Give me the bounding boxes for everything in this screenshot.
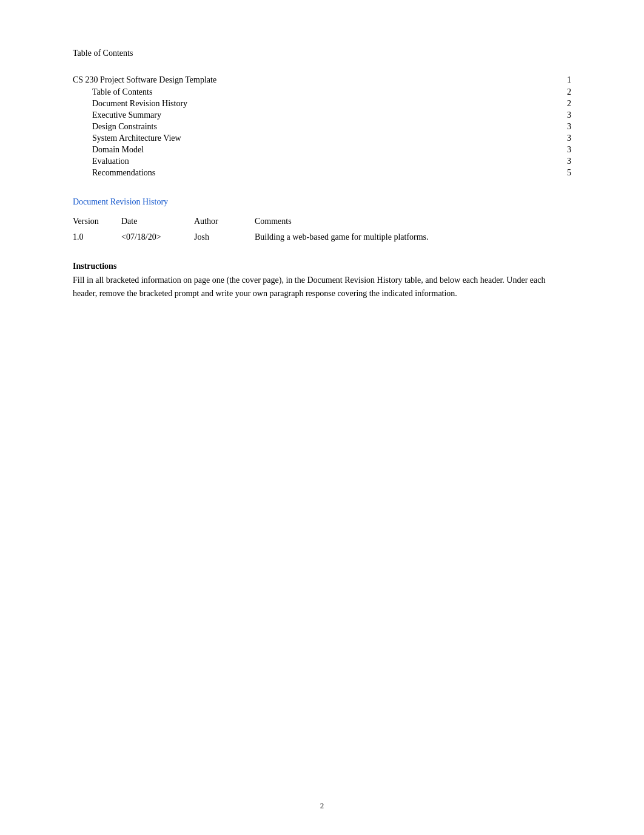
toc-entry-page-7: 5 [567,168,571,178]
toc-entry-label-0: Table of Contents [92,87,152,97]
toc-main-row: CS 230 Project Software Design Template … [73,75,571,85]
revision-header-date: Date [121,214,194,230]
toc-entry-1: Document Revision History 2 [73,99,571,109]
toc-entry-0: Table of Contents 2 [73,87,571,97]
toc-entry-6: Evaluation 3 [73,157,571,166]
revision-header-comments: Comments [255,214,571,230]
toc-entry-5: Domain Model 3 [73,145,571,155]
toc-entry-page-3: 3 [567,122,571,132]
toc-entry-2: Executive Summary 3 [73,110,571,120]
instructions-title: Instructions [73,262,571,271]
toc-entry-page-1: 2 [567,99,571,109]
toc-main-page: 1 [567,75,571,85]
toc-entry-page-4: 3 [567,134,571,143]
top-label-text: Table of Contents [73,49,133,58]
revision-cell-author-0: Josh [194,230,255,245]
toc-entry-label-7: Recommendations [92,168,155,178]
top-label: Table of Contents [73,49,571,58]
page-container: Table of Contents CS 230 Project Softwar… [0,0,644,835]
revision-table-header-row: Version Date Author Comments [73,214,571,230]
revision-cell-date-0: <07/18/20> [121,230,194,245]
revision-row-0: 1.0 <07/18/20> Josh Building a web-based… [73,230,571,245]
revision-cell-comments-0: Building a web-based game for multiple p… [255,230,571,245]
toc-entry-page-2: 3 [567,110,571,120]
toc-section: CS 230 Project Software Design Template … [73,75,571,178]
instructions-body: Fill in all bracketed information on pag… [73,274,571,301]
toc-entry-page-6: 3 [567,157,571,166]
page-number: 2 [320,801,324,811]
toc-entry-page-5: 3 [567,145,571,155]
instructions-section: Instructions Fill in all bracketed infor… [73,262,571,301]
revision-table: Version Date Author Comments 1.0 <07/18/… [73,214,571,245]
toc-entry-label-3: Design Constraints [92,122,157,132]
revision-header-author: Author [194,214,255,230]
toc-entry-label-2: Executive Summary [92,110,161,120]
toc-main-label: CS 230 Project Software Design Template [73,75,216,85]
toc-entry-label-5: Domain Model [92,145,144,155]
toc-entry-4: System Architecture View 3 [73,134,571,143]
revision-header-version: Version [73,214,121,230]
toc-entry-label-4: System Architecture View [92,134,181,143]
revision-section: Document Revision History Version Date A… [73,197,571,245]
revision-history-link[interactable]: Document Revision History [73,197,168,206]
toc-entry-label-6: Evaluation [92,157,129,166]
toc-entry-page-0: 2 [567,87,571,97]
toc-entry-label-1: Document Revision History [92,99,187,109]
revision-cell-version-0: 1.0 [73,230,121,245]
toc-entry-7: Recommendations 5 [73,168,571,178]
toc-entry-3: Design Constraints 3 [73,122,571,132]
